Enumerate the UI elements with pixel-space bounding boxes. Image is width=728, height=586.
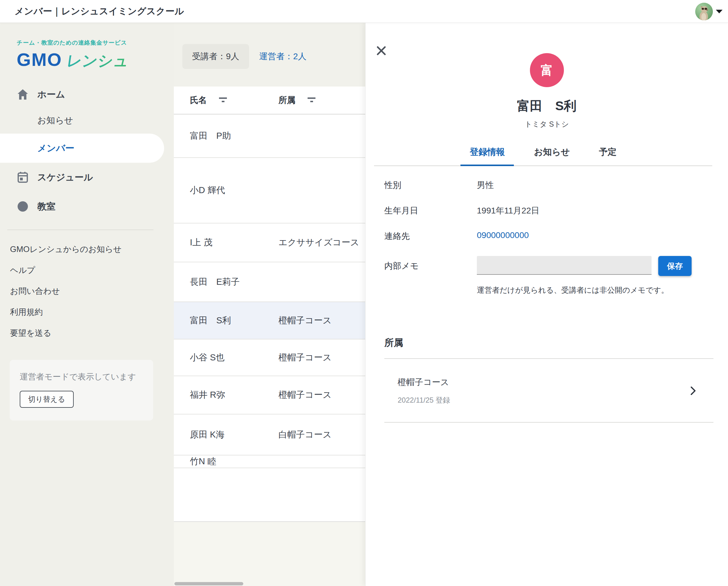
sidebar-item-label: ホーム	[37, 88, 65, 101]
sidebar-item-label: 教室	[37, 200, 55, 213]
operator-mode-box: 運営者モードで表示しています 切り替える	[10, 360, 153, 420]
link-service-news[interactable]: GMOレンシュからのお知らせ	[0, 239, 174, 260]
member-name: 福井 R弥	[190, 389, 279, 401]
switch-mode-button[interactable]: 切り替える	[20, 391, 74, 408]
field-contact: 連絡先 09000000000	[384, 230, 709, 242]
field-label: 性別	[384, 179, 477, 191]
field-value: 男性	[477, 179, 494, 191]
chevron-right-icon	[691, 386, 696, 395]
sidebar-item-members[interactable]: メンバー	[0, 133, 164, 163]
home-icon	[17, 89, 29, 100]
detail-tabs: 登録情報 お知らせ 予定	[374, 146, 712, 166]
user-avatar[interactable]	[695, 3, 713, 20]
affiliation-course: 橙帽子コース	[398, 376, 450, 388]
sidebar-item-label: お知らせ	[37, 115, 73, 127]
link-help[interactable]: ヘルプ	[0, 260, 174, 280]
filter-icon[interactable]	[219, 97, 227, 103]
page-title: メンバー｜レンシュスイミングスクール	[15, 5, 184, 18]
member-name: 原田 K海	[190, 429, 279, 441]
tab-schedule[interactable]: 予定	[599, 146, 617, 166]
tab-registration-info[interactable]: 登録情報	[470, 146, 505, 166]
sidebar: チーム・教室のための連絡集金サービス GMO レンシュ ホーム お知らせ メンバ…	[0, 23, 174, 586]
field-label: 連絡先	[384, 230, 477, 242]
sidebar-item-home[interactable]: ホーム	[0, 81, 174, 107]
member-name: 富田 P助	[190, 130, 279, 142]
save-button[interactable]: 保存	[658, 256, 692, 276]
app-header: メンバー｜レンシュスイミングスクール	[0, 0, 728, 23]
sidebar-item-news[interactable]: お知らせ	[0, 107, 174, 133]
column-name[interactable]: 氏名	[190, 94, 279, 106]
brand-tagline: チーム・教室のための連絡集金サービス	[17, 39, 174, 47]
member-name: 富田 S利	[190, 315, 279, 327]
brand-renshu: レンシュ	[66, 51, 130, 71]
brand-gmo: GMO	[17, 49, 62, 70]
close-button[interactable]	[376, 45, 387, 56]
affiliation-item[interactable]: 橙帽子コース 2022/11/25 登録	[384, 359, 713, 423]
affiliation-registered-date: 2022/11/25 登録	[398, 395, 450, 405]
caret-down-icon	[716, 10, 723, 14]
filter-icon[interactable]	[308, 97, 315, 103]
member-detail-drawer: 富 富田 S利 トミタ Sトシ 登録情報 お知らせ 予定 性別 男性 生年月日 …	[365, 23, 728, 586]
link-contact[interactable]: お問い合わせ	[0, 280, 174, 301]
sidebar-item-label: メンバー	[37, 142, 74, 154]
calendar-icon	[17, 172, 29, 183]
memo-input[interactable]	[477, 256, 652, 275]
member-name: 小D 輝代	[190, 184, 279, 196]
memo-helper-text: 運営者だけが見られる、受講者には非公開のメモです。	[477, 285, 709, 295]
field-value: 1991年11月22日	[477, 205, 540, 217]
tab-operators[interactable]: 運営者：2人	[259, 51, 307, 62]
phone-link[interactable]: 09000000000	[477, 230, 529, 242]
link-feedback[interactable]: 要望を送る	[0, 322, 174, 343]
close-icon	[376, 46, 386, 55]
member-name: 長田 E莉子	[190, 276, 279, 288]
member-detail-kana: トミタ Sトシ	[365, 119, 728, 129]
sidebar-divider	[7, 229, 154, 230]
meerkat-avatar-image	[695, 3, 713, 20]
member-avatar: 富	[530, 53, 564, 87]
circle-icon	[17, 201, 29, 212]
operator-mode-text: 運営者モードで表示しています	[20, 371, 147, 382]
member-name: 竹N 睦	[190, 456, 279, 468]
horizontal-scrollbar[interactable]	[175, 582, 243, 585]
member-detail-name: 富田 S利	[365, 97, 728, 115]
field-birthdate: 生年月日 1991年11月22日	[384, 205, 709, 217]
field-label: 内部メモ	[384, 256, 477, 272]
tab-notifications[interactable]: お知らせ	[534, 146, 570, 166]
field-gender: 性別 男性	[384, 179, 709, 191]
link-terms[interactable]: 利用規約	[0, 301, 174, 322]
affiliation-heading: 所属	[384, 336, 713, 349]
brand-logo[interactable]: チーム・教室のための連絡集金サービス GMO レンシュ	[0, 23, 174, 71]
member-initial: 富	[541, 62, 553, 79]
tab-students[interactable]: 受講者：9人	[182, 44, 249, 69]
sidebar-nav: ホーム お知らせ メンバー スケジュール 教室	[0, 81, 174, 221]
member-name: I上 茂	[190, 237, 279, 249]
field-internal-memo: 内部メモ 保存	[384, 256, 709, 276]
affiliation-section: 所属 橙帽子コース 2022/11/25 登録	[384, 336, 713, 423]
field-label: 生年月日	[384, 205, 477, 217]
sidebar-links: GMOレンシュからのお知らせ ヘルプ お問い合わせ 利用規約 要望を送る	[0, 239, 174, 343]
sidebar-item-classroom[interactable]: 教室	[0, 192, 174, 221]
registration-fields: 性別 男性 生年月日 1991年11月22日 連絡先 09000000000 内…	[384, 179, 709, 276]
member-name: 小谷 S也	[190, 351, 279, 364]
sidebar-item-label: スケジュール	[37, 171, 93, 184]
sidebar-item-schedule[interactable]: スケジュール	[0, 163, 174, 192]
user-menu[interactable]	[695, 0, 723, 23]
